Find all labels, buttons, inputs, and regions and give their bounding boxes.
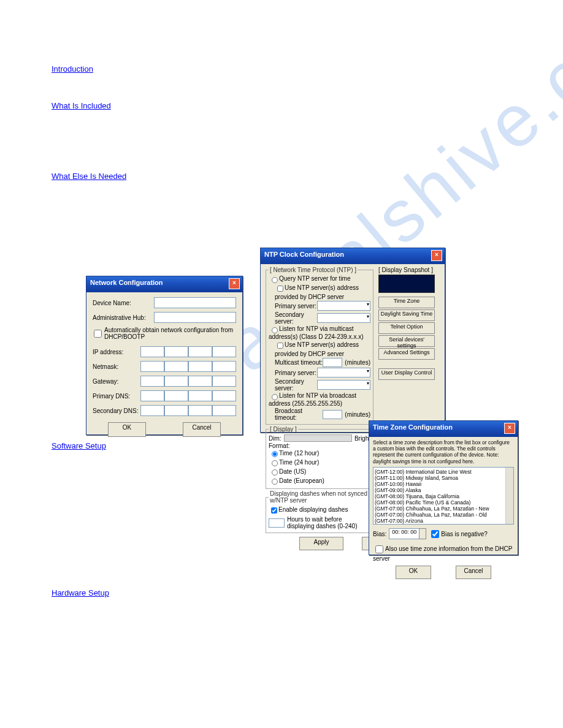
- ok-button[interactable]: OK: [396, 566, 431, 579]
- admin-hub-input[interactable]: [154, 312, 236, 323]
- timezone-config-title: Time Zone Configuration: [373, 423, 453, 431]
- bias-input[interactable]: 00: 00: 00: [389, 528, 419, 539]
- ntp-config-title: NTP Clock Configuration: [264, 251, 344, 258]
- ip-input[interactable]: [140, 346, 236, 357]
- close-icon[interactable]: ×: [504, 423, 515, 434]
- dim-label: Dim:: [269, 435, 282, 442]
- also-dhcp-checkbox[interactable]: [375, 545, 383, 553]
- user-display-control-button[interactable]: User Display Control: [378, 368, 435, 380]
- gateway-label: Gateway:: [93, 378, 140, 385]
- primary-dns-input[interactable]: [140, 390, 236, 401]
- format-time12-label: Time (12 hour): [279, 450, 319, 457]
- bias-label: Bias:: [373, 531, 386, 537]
- multicast-timeout-input[interactable]: [323, 358, 342, 367]
- format-dateus-label: Date (US): [279, 468, 306, 475]
- device-name-input[interactable]: [154, 297, 236, 308]
- minutes-label2: (minutes): [345, 411, 370, 418]
- section-link-hardware-setup[interactable]: Hardware Setup: [52, 588, 109, 597]
- list-item[interactable]: (GMT-08:00) Tijuana, Baja California: [375, 493, 512, 499]
- list-item[interactable]: (GMT-11:00) Midway Island, Samoa: [375, 475, 512, 481]
- section-link-included[interactable]: What Is Included: [52, 101, 111, 110]
- secondary-server2-select[interactable]: [317, 380, 370, 390]
- primary-server-label2: Primary server:: [275, 370, 317, 376]
- timezone-intro-text: Select a time zone description from the …: [373, 439, 514, 464]
- bias-spinner[interactable]: [419, 528, 426, 539]
- cancel-button[interactable]: Cancel: [183, 422, 221, 437]
- primary-server-select[interactable]: [317, 301, 370, 311]
- primary-dns-label: Primary DNS:: [93, 393, 140, 400]
- bias-negative-checkbox[interactable]: [431, 530, 439, 538]
- use-dhcp1-label: Use NTP server(s) address provided by DH…: [275, 285, 359, 301]
- dashes-fieldset: Displaying dashes when not synced w/NTP …: [266, 490, 373, 533]
- timezone-listbox[interactable]: (GMT-12:00) International Date Line West…: [373, 467, 514, 525]
- section-link-introduction[interactable]: Introduction: [52, 64, 93, 74]
- advanced-settings-button[interactable]: Advanced Settings: [378, 348, 435, 360]
- listen-multicast-radio[interactable]: [272, 327, 278, 333]
- timezone-config-dialog: Time Zone Configuration × Select a time …: [369, 420, 518, 555]
- list-item[interactable]: (GMT-08:00) Pacific Time (US & Canada): [375, 499, 512, 506]
- use-dhcp2-checkbox[interactable]: [277, 343, 283, 349]
- list-item[interactable]: (GMT-10:00) Hawaii: [375, 481, 512, 487]
- multicast-timeout-label: Multicast timeout:: [275, 359, 323, 366]
- ip-label: IP address:: [93, 349, 140, 355]
- ntp-legend: [ Network Time Protocol (NTP) ]: [269, 267, 358, 273]
- ntp-config-dialog: NTP Clock Configuration × [ Network Time…: [260, 248, 445, 433]
- device-name-label: Device Name:: [93, 300, 154, 306]
- brightness-slider[interactable]: [284, 434, 352, 442]
- network-config-title: Network Configuration: [90, 279, 163, 286]
- snapshot-legend: [ Display Snapshot ]: [378, 267, 440, 273]
- display-fieldset: [ Display ] Dim:Bright Format: Time (12 …: [266, 426, 373, 489]
- broadcast-timeout-label: Broadcast timeout:: [275, 408, 323, 421]
- scrollbar[interactable]: [505, 468, 513, 524]
- cancel-button[interactable]: Cancel: [456, 566, 491, 579]
- dst-button[interactable]: Daylight Saving Time: [378, 309, 435, 321]
- secondary-server-select[interactable]: [317, 313, 370, 323]
- close-icon[interactable]: ×: [431, 250, 442, 261]
- primary-server2-select[interactable]: [317, 368, 370, 377]
- secondary-server-label: Secondary server:: [275, 311, 317, 325]
- list-item[interactable]: (GMT-07:00) Chihuahua, La Paz, Mazatlan …: [375, 512, 512, 518]
- query-ntp-radio[interactable]: [272, 277, 278, 283]
- serial-settings-button[interactable]: Serial devices' settings: [378, 335, 435, 347]
- format-time24-label: Time (24 hour): [279, 459, 319, 466]
- admin-hub-label: Administrative Hub:: [93, 314, 154, 321]
- hours-wait-input[interactable]: [269, 518, 285, 528]
- section-link-software-setup[interactable]: Software Setup: [52, 441, 106, 450]
- format-time12-radio[interactable]: [272, 451, 278, 457]
- format-dateeu-radio[interactable]: [272, 479, 278, 485]
- network-config-dialog: Network Configuration × Device Name: Adm…: [86, 276, 243, 435]
- listen-broadcast-radio[interactable]: [272, 394, 278, 400]
- time-zone-button[interactable]: Time Zone: [378, 297, 435, 308]
- telnet-button[interactable]: Telnet Option: [378, 322, 435, 334]
- list-item[interactable]: (GMT-07:00) Chihuahua, La Paz, Mazatlan …: [375, 506, 512, 512]
- auto-dhcp-label: Automatically obtain network configurati…: [104, 327, 236, 340]
- enable-dashes-label: Enable displaying dashes: [278, 507, 348, 514]
- close-icon[interactable]: ×: [229, 278, 240, 289]
- netmask-label: Netmask:: [93, 363, 140, 370]
- display-legend: [ Display ]: [269, 426, 298, 433]
- gateway-input[interactable]: [140, 376, 236, 387]
- use-dhcp1-checkbox[interactable]: [277, 286, 283, 292]
- list-item[interactable]: (GMT-07:00) Mountain Time (US & Canada): [375, 524, 512, 525]
- format-time24-radio[interactable]: [272, 460, 278, 466]
- netmask-input[interactable]: [140, 361, 236, 372]
- apply-button[interactable]: Apply: [299, 537, 343, 550]
- list-item[interactable]: (GMT-09:00) Alaska: [375, 487, 512, 493]
- secondary-server-label2: Secondary server:: [275, 378, 317, 392]
- format-dateeu-label: Date (European): [279, 477, 324, 484]
- display-snapshot: [378, 275, 435, 293]
- listen-multicast-label: Listen for NTP via multicast address(s) …: [269, 325, 364, 340]
- list-item[interactable]: (GMT-07:00) Arizona: [375, 518, 512, 524]
- network-config-titlebar: Network Configuration ×: [86, 276, 242, 292]
- enable-dashes-checkbox[interactable]: [271, 507, 277, 514]
- ok-button[interactable]: OK: [108, 422, 146, 437]
- format-dateus-radio[interactable]: [272, 469, 278, 476]
- also-dhcp-label: Also use time zone information from the …: [373, 545, 512, 562]
- broadcast-timeout-input[interactable]: [323, 410, 342, 419]
- auto-dhcp-checkbox[interactable]: [94, 330, 102, 338]
- secondary-dns-input[interactable]: [140, 405, 236, 416]
- minutes-label: (minutes): [345, 359, 370, 366]
- list-item[interactable]: (GMT-12:00) International Date Line West: [375, 469, 512, 475]
- section-link-needed[interactable]: What Else Is Needed: [52, 172, 126, 181]
- bias-negative-label: Bias is negative?: [441, 531, 488, 537]
